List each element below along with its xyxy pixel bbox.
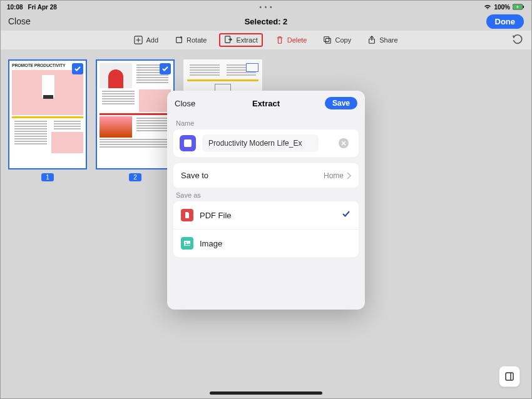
share-label: Share <box>379 36 397 44</box>
pdf-file-icon <box>181 209 193 221</box>
selected-check-icon <box>72 63 83 74</box>
copy-icon <box>323 36 332 44</box>
status-date: Fri Apr 28 <box>28 4 57 11</box>
checkmark-icon <box>341 209 351 221</box>
page-preview: PROMOTE PRODUCTIVITY <box>8 59 87 169</box>
save-to-row[interactable]: Save to Home <box>173 163 359 188</box>
extract-icon <box>224 36 233 44</box>
app-icon <box>180 135 196 151</box>
x-icon <box>341 141 346 146</box>
save-to-label: Save to <box>181 171 208 180</box>
saveas-section-label: Save as <box>167 188 365 201</box>
home-indicator <box>210 391 322 395</box>
image-file-icon <box>181 237 193 250</box>
done-button[interactable]: Done <box>486 14 524 29</box>
unselected-flag-icon <box>246 63 258 72</box>
close-button[interactable]: Close <box>8 16 31 26</box>
floating-panel-button[interactable] <box>499 366 520 387</box>
thumbnail-1[interactable]: PROMOTE PRODUCTIVITY 1 <box>8 59 87 181</box>
extract-modal: Close Extract Save Name Save to Home Sav… <box>167 91 365 310</box>
status-bar: 10:08 Fri Apr 28 • • • 100% <box>1 1 531 12</box>
modal-title: Extract <box>252 99 280 108</box>
copy-button[interactable]: Copy <box>319 34 355 46</box>
option-pdf[interactable]: PDF File <box>173 201 359 229</box>
save-to-value: Home <box>324 171 344 180</box>
share-icon <box>367 36 376 44</box>
undo-icon <box>511 34 523 45</box>
selected-check-icon <box>160 63 171 74</box>
toolbar: Add Rotate Extract Delete Copy Share <box>1 31 531 49</box>
battery-icon <box>513 4 525 10</box>
svg-rect-11 <box>506 373 513 380</box>
page-number: 2 <box>129 173 141 181</box>
header-title: Selected: 2 <box>245 17 288 26</box>
extract-button[interactable]: Extract <box>219 33 262 47</box>
share-button[interactable]: Share <box>364 34 401 46</box>
modal-header: Close Extract Save <box>167 91 365 116</box>
svg-rect-7 <box>326 38 331 43</box>
svg-point-10 <box>185 242 187 243</box>
page-number: 1 <box>41 173 54 181</box>
option-image-label: Image <box>200 239 351 248</box>
main-header: Close Selected: 2 Done <box>1 12 531 31</box>
delete-label: Delete <box>287 36 307 44</box>
option-image[interactable]: Image <box>173 229 359 257</box>
panel-icon <box>504 371 514 381</box>
rotate-label: Rotate <box>187 36 207 44</box>
modal-close-button[interactable]: Close <box>175 99 195 108</box>
delete-button[interactable]: Delete <box>272 34 311 46</box>
option-pdf-label: PDF File <box>200 211 335 220</box>
filename-input[interactable] <box>202 134 319 152</box>
rotate-icon <box>175 36 183 44</box>
modal-save-button[interactable]: Save <box>325 97 357 109</box>
add-label: Add <box>146 36 158 44</box>
plus-square-icon <box>134 36 143 44</box>
svg-rect-6 <box>324 37 329 42</box>
undo-button[interactable] <box>511 34 523 47</box>
battery-percent: 100% <box>494 4 510 11</box>
status-ellipsis-icon: • • • <box>259 4 272 11</box>
wifi-icon <box>484 4 491 10</box>
copy-label: Copy <box>335 36 351 44</box>
status-time: 10:08 <box>7 4 23 11</box>
chevron-right-icon <box>346 172 351 179</box>
extract-label: Extract <box>236 36 257 44</box>
page-preview <box>96 59 175 169</box>
name-section-label: Name <box>167 116 365 129</box>
svg-rect-2 <box>523 6 524 8</box>
thumbnail-2[interactable]: 2 <box>96 59 175 181</box>
rotate-button[interactable]: Rotate <box>171 34 210 46</box>
trash-icon <box>275 36 284 44</box>
clear-input-button[interactable] <box>339 138 349 148</box>
add-button[interactable]: Add <box>130 34 162 46</box>
